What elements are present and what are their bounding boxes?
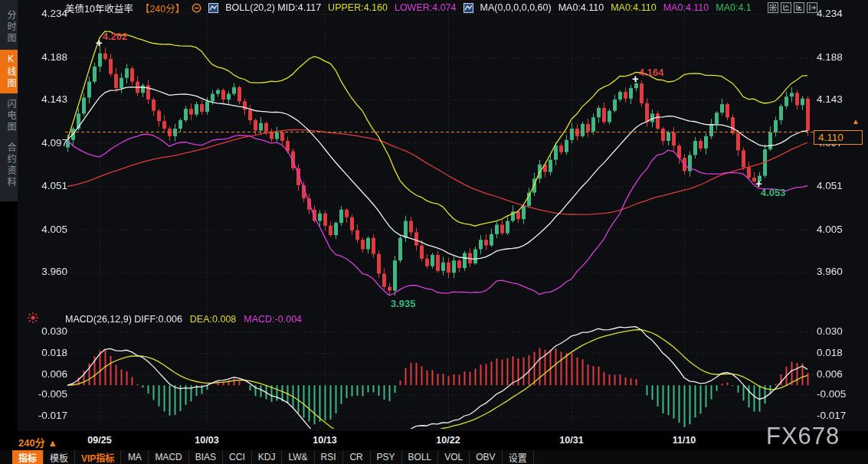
price-tick-label: 3.960	[817, 266, 864, 277]
date-tick-label: 10/03	[186, 435, 228, 446]
toolbar-tab[interactable]: CR	[343, 450, 371, 464]
toolbar-tab[interactable]: RSI	[315, 450, 343, 464]
ma-values: MA0:4.110MA0:4.110MA0:4.110MA0:4.1	[558, 2, 752, 13]
chart-header: 美债10年收益率 【240分】 BOLL(20,2) MID:4.117 UPP…	[18, 0, 868, 15]
price-tick-label: 4.051	[817, 180, 864, 191]
watermark: FX678	[766, 423, 840, 450]
macd-tick-label: -0.005	[817, 388, 864, 400]
price-tick-label: 4.143	[21, 93, 67, 105]
toolbar-tab[interactable]: MA	[121, 450, 149, 464]
date-tick-label: 10/31	[551, 435, 592, 446]
sidebar-item[interactable]: 分时图	[0, 6, 18, 48]
price-annotation: 4.053	[761, 187, 786, 198]
sidebar-tabs: 分时图K线图闪电图合约资料	[0, 0, 18, 201]
price-tick-label: 4.005	[817, 224, 864, 235]
boll-lower-value: LOWER:4.074	[395, 2, 457, 13]
period-selector[interactable]: 240分 ▲	[18, 435, 57, 449]
y-axis-scale-icon[interactable]	[781, 2, 791, 13]
x-axis-scale-icon[interactable]	[794, 2, 804, 13]
macd-tick-label: 0.030	[817, 325, 864, 337]
price-tick-label: 4.097	[21, 137, 67, 149]
instrument-title: 美债10年收益率	[65, 1, 133, 15]
indicator-toolbar: 指标模板VIP指标MAMACDBIASCCIKDJLW&RSICRPSYBOLL…	[0, 450, 868, 464]
macd-tick-label: 0.030	[21, 325, 67, 337]
price-tick-label: 4.051	[21, 180, 67, 191]
toolbar-tab[interactable]: BOLL	[402, 450, 439, 464]
crosshair-marker: +	[632, 74, 639, 84]
macd-header: MACD(26,12,9) DIFF:0.006 DEA:0.008 MACD:…	[18, 312, 868, 326]
price-chart-canvas[interactable]	[0, 0, 868, 464]
ma-indicator-icon[interactable]	[463, 3, 473, 13]
toolbar-tab[interactable]: KDJ	[252, 450, 283, 464]
sidebar: 分时图K线图闪电图合约资料	[0, 0, 18, 464]
date-tick-label: 11/10	[663, 435, 705, 446]
ma-value: MA0:4.110	[611, 2, 657, 13]
macd-tick-label: -0.017	[817, 410, 864, 421]
price-annotation: 3.935	[391, 298, 416, 309]
ma-value: MA0:4.110	[558, 2, 604, 13]
macd-tick-label: -0.017	[21, 410, 67, 421]
sidebar-item[interactable]: 闪电图	[0, 95, 18, 137]
toolbar-tab[interactable]: LW&	[282, 450, 314, 464]
boll-indicator-icon[interactable]	[208, 3, 218, 13]
window-controls	[768, 2, 817, 13]
boll-upper-value: UPPER:4.160	[328, 2, 388, 13]
sidebar-item[interactable]: 合约资料	[0, 139, 18, 192]
toolbar-tab[interactable]: 模板	[44, 450, 75, 464]
period-dropdown-arrow-icon: ▲	[47, 437, 57, 449]
price-up-arrow-icon: ▲	[852, 117, 860, 126]
macd-macd-value: MACD:-0.004	[244, 314, 302, 325]
collapse-panel-icon[interactable]	[807, 2, 817, 13]
price-tick-label: 3.960	[21, 266, 67, 277]
toolbar-tab[interactable]: OBV	[470, 450, 502, 464]
toolbar-tab[interactable]: MACD	[149, 450, 188, 464]
macd-tick-label: 0.006	[817, 368, 864, 380]
toolbar-tab[interactable]: 设置	[503, 450, 534, 464]
crosshair-marker: +	[755, 178, 762, 189]
price-tick-label: 4.143	[817, 93, 864, 105]
price-annotation: 4.164	[639, 67, 664, 78]
price-tick-label: 4.188	[21, 51, 67, 63]
current-price-value: 4.110	[818, 132, 843, 143]
indicator-settings-icon[interactable]	[18, 312, 48, 324]
ma-value: MA0:4.1	[716, 2, 752, 13]
boll-mid-value: BOLL(20,2) MID:4.117	[225, 2, 321, 13]
macd-diff-value: MACD(26,12,9) DIFF:0.006	[65, 314, 182, 325]
macd-tick-label: -0.005	[21, 388, 67, 400]
collapse-indicator-icon[interactable]	[192, 3, 201, 13]
macd-tick-label: 0.018	[817, 347, 864, 358]
toolbar-tab[interactable]: VIP指标	[75, 450, 121, 464]
macd-tick-label: 0.006	[21, 368, 67, 380]
toolbar-tab[interactable]: BIAS	[189, 450, 223, 464]
date-tick-label: 09/25	[79, 435, 120, 446]
date-tick-label: 10/22	[427, 435, 469, 446]
price-tick-label: 4.188	[817, 51, 864, 63]
date-tick-label: 10/13	[304, 435, 346, 446]
time-axis-row: 240分 ▲ 09/2510/0310/1310/2210/3111/10	[0, 431, 868, 450]
period-badge: 【240分】	[140, 1, 185, 15]
price-annotation: 4.202	[103, 31, 128, 42]
ma-value: MA0:4.110	[663, 2, 709, 13]
current-price-box: 4.110	[814, 130, 863, 145]
sidebar-item[interactable]: K线图	[0, 50, 18, 93]
toolbar-tab[interactable]: PSY	[371, 450, 402, 464]
crosshair-icon[interactable]	[768, 2, 778, 13]
ma-params: MA(0,0,0,0,0,60)	[480, 2, 552, 13]
toolbar-tab[interactable]: CCI	[223, 450, 252, 464]
macd-dea-value: DEA:0.008	[190, 314, 236, 325]
toolbar-tab[interactable]: 指标	[12, 450, 44, 464]
macd-tick-label: 0.018	[21, 347, 67, 358]
crosshair-marker: +	[96, 38, 103, 48]
kline-chart-app: 分时图K线图闪电图合约资料 美债10年收益率 【240分】 BOLL(20,2)…	[0, 0, 868, 464]
price-tick-label: 4.005	[21, 224, 67, 235]
toolbar-tab[interactable]: VOL	[438, 450, 470, 464]
